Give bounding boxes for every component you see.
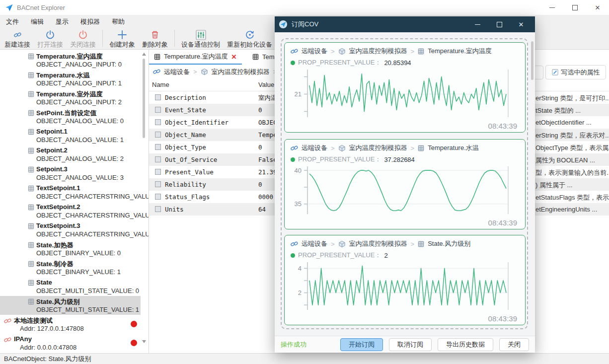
menu-item-0[interactable]: 文件 [6,17,19,26]
toolbar-button-6[interactable]: 重新初始化设备 [224,28,276,49]
tree-item-Setpoint.3[interactable]: Setpoint.3OBJECT_ANALOG_VALUE: 3 [0,164,141,183]
close-button[interactable]: ✕ [586,0,609,15]
tree-item-Setpoint.1[interactable]: Setpoint.1OBJECT_ANALOG_VALUE: 1 [0,126,141,145]
grid-icon [28,242,34,248]
tree-item-Temperature.水温[interactable]: Temperature.水温OBJECT_ANALOG_INPUT: 1 [0,70,141,88]
tree-item-TextSetpoint.2[interactable]: TextSetpoint.2OBJECT_CHARACTERSTRING_VAL… [0,202,141,220]
tree-item-State.制冷器[interactable]: State.制冷器OBJECT_BINARY_VALUE: 1 [0,258,141,277]
tree-item-name: TextSetpoint.3 [36,222,80,229]
trend-chart: 42 [286,260,521,312]
breadcrumb-item[interactable]: 室内温度控制模拟器 [212,68,270,76]
row-checkbox[interactable] [155,194,161,200]
breadcrumb-item[interactable]: Temperature.水温 [428,144,479,152]
toolbar-button-2[interactable]: 关闭连接 [67,28,99,49]
menu-item-4[interactable]: 帮助 [112,17,125,26]
connection-item-本地连接测试[interactable]: 本地连接测试Addr: 127.0.0.1:47808 [0,315,141,334]
dialog-scrollbar-thumb[interactable] [531,41,533,80]
breadcrumb-item[interactable]: 室内温度控制模拟器 [349,239,407,248]
row-checkbox[interactable] [155,169,161,175]
toolbar-button-4[interactable]: 删除对象 [139,28,171,49]
tree-item-TextSetpoint.1[interactable]: TextSetpoint.1OBJECT_CHARACTERSTRING_VAL… [0,183,141,202]
connection-status-dot [131,321,137,327]
breadcrumb-item[interactable]: 远端设备 [302,239,327,248]
breadcrumb-item[interactable]: Temperature.室内温度 [428,47,492,56]
prop-label: PROP_PRESENT_VALUE： [298,155,381,164]
tree-item-State.风力级别[interactable]: State.风力级别OBJECT_MULTI_STATE_VALUE: 1 [0,296,141,315]
plus-icon [117,29,127,40]
dialog-maximize-button[interactable] [488,16,510,32]
connection-item-IPAny[interactable]: IPAnyAddr: 0.0.0.0:47808 [0,334,141,353]
maximize-button[interactable] [563,0,586,15]
property-value: 0 [258,106,262,114]
tree-item-type: OBJECT_ANALOG_VALUE: 2 [36,155,124,162]
tree-item-Temperature.室内温度[interactable]: Temperature.室内温度OBJECT_ANALOG_INPUT: 0 [0,51,141,70]
grid-icon [28,298,34,305]
row-checkbox[interactable] [155,144,161,150]
row-checkbox[interactable] [155,132,161,138]
dialog-button-导出历史数据[interactable]: 导出历史数据 [438,338,493,351]
present-value-row: PROP_PRESENT_VALUE：37.282684 [291,155,415,164]
property-name: Status_Flags [165,193,210,201]
scrollbar-thumb[interactable] [143,59,145,138]
grid-icon [28,261,34,267]
title-bar: BACnet Explorer ✕ [0,0,609,15]
tree-item-name: SetPoint.当前设定值 [36,109,96,118]
toolbar-button-5[interactable]: 设备通信控制 [178,28,224,49]
row-checkbox[interactable] [155,94,161,100]
pencil-icon [552,69,558,75]
grid-icon [28,72,34,78]
dialog-button-关闭[interactable]: 关闭 [499,338,529,351]
pencil-icon [552,69,558,75]
toolbar-button-0[interactable]: 新建连接 [1,28,34,49]
tree-item-type: OBJECT_ANALOG_INPUT: 0 [36,61,122,68]
present-value-row: PROP_PRESENT_VALUE：20.85394 [291,58,411,67]
breadcrumb-separator-icon: > [411,240,415,248]
menu-item-1[interactable]: 编辑 [31,17,44,26]
breadcrumb-item[interactable]: 远端设备 [302,144,327,152]
tree-scrollbar[interactable] [141,50,147,353]
row-checkbox[interactable] [155,206,161,212]
minimize-button[interactable] [540,0,563,15]
row-checkbox[interactable] [155,156,161,162]
tree-item-SetPoint.当前设定值[interactable]: SetPoint.当前设定值OBJECT_ANALOG_VALUE: 0 [0,107,141,126]
tree-item-name: Temperature.室外温度 [36,90,102,99]
row-checkbox[interactable] [155,181,161,187]
write-selected-props-button[interactable]: 写选中的属性 [545,65,606,79]
tree-item-State[interactable]: StateOBJECT_MULTI_STATE_VALUE: 0 [0,277,141,296]
grid-icon [28,129,34,135]
dialog-button-取消订阅[interactable]: 取消订阅 [389,338,432,351]
maximize-icon [572,5,578,10]
tree-item-Setpoint.2[interactable]: Setpoint.2OBJECT_ANALOG_VALUE: 2 [0,145,141,164]
row-checkbox[interactable] [155,119,161,125]
scroll-down-icon[interactable] [142,340,146,343]
toolbar-button-1[interactable]: 打开连接 [34,28,67,49]
property-name: Out_Of_Service [165,156,217,163]
breadcrumb-item[interactable]: 室内温度控制模拟器 [349,144,407,152]
breadcrumb-item[interactable]: 室内温度控制模拟器 [349,47,407,56]
breadcrumb-separator-icon: > [331,48,335,55]
scroll-up-icon[interactable] [142,53,146,56]
menu-item-2[interactable]: 显示 [56,17,69,26]
toolbar-button-3[interactable]: 创建对象 [106,28,139,49]
breadcrumb-separator-icon: > [411,48,415,55]
tab-Temperature.室内温度[interactable]: Temperature.室内温度✕ [149,50,242,65]
tree-item-name: TextSetpoint.1 [36,184,80,192]
dialog-minimize-button[interactable] [466,16,488,32]
tree-item-Temperature.室外温度[interactable]: Temperature.室外温度OBJECT_ANALOG_INPUT: 2 [0,88,141,107]
dialog-close-button[interactable]: ✕ [510,16,532,32]
menu-item-3[interactable]: 模拟器 [80,17,100,26]
tree-item-TextSetpoint.3[interactable]: TextSetpoint.3OBJECT_CHARACTERSTRING_VAL… [0,220,141,239]
dialog-title-bar: 订阅COV ✕ [275,16,535,32]
breadcrumb-item[interactable]: State.风力级别 [428,239,470,248]
tree-item-type: OBJECT_BINARY_VALUE: 0 [36,249,121,257]
svg-text:4: 4 [298,265,302,272]
tab-close-icon[interactable]: ✕ [231,53,237,61]
link-icon [14,29,21,40]
dialog-button-开始订阅[interactable]: 开始订阅 [340,338,383,351]
row-checkbox[interactable] [155,107,161,113]
breadcrumb-item[interactable]: 远端设备 [302,47,327,56]
tree-item-State.加热器[interactable]: State.加热器OBJECT_BINARY_VALUE: 0 [0,239,141,258]
breadcrumb-item[interactable]: 远端设备 [164,68,190,76]
tree-item-type: OBJECT_ANALOG_VALUE: 0 [36,117,124,125]
sliders-icon [196,29,206,40]
